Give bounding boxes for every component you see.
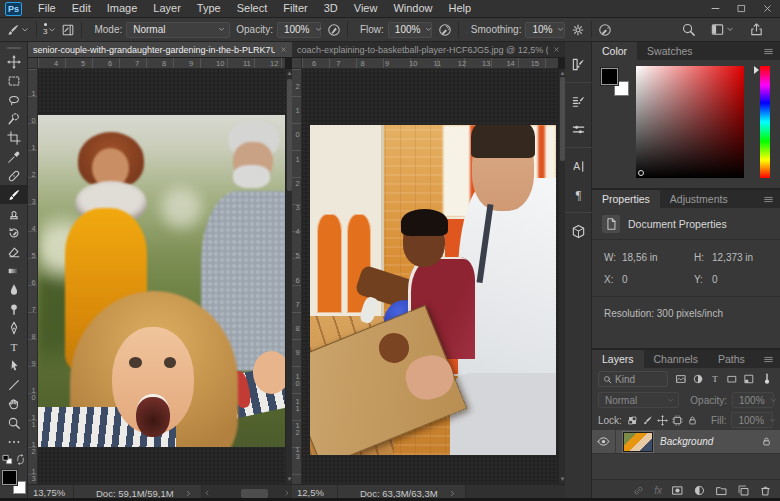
hue-slider[interactable] <box>760 66 770 178</box>
photoshop-logo-icon[interactable]: Ps <box>5 2 22 16</box>
delete-layer-button[interactable] <box>759 484 772 497</box>
x-value[interactable]: 0 <box>622 274 694 285</box>
scrollbar-thumb[interactable] <box>241 489 268 498</box>
tool-hand[interactable] <box>0 394 28 413</box>
canvas-image-gardening[interactable] <box>38 115 285 447</box>
close-tab-icon[interactable] <box>280 46 287 53</box>
layer-effects-button[interactable]: fx <box>654 485 662 496</box>
lock-all-icon[interactable] <box>687 415 698 426</box>
canvas-viewport[interactable] <box>38 69 285 484</box>
pressure-opacity-icon[interactable] <box>327 23 341 37</box>
tool-gradient[interactable] <box>0 261 28 280</box>
menu-select[interactable]: Select <box>229 0 276 17</box>
menu-view[interactable]: View <box>346 0 386 17</box>
tool-history-brush[interactable] <box>0 223 28 242</box>
swap-colors-icon[interactable] <box>15 454 26 465</box>
search-icon[interactable] <box>681 22 696 37</box>
tool-move[interactable] <box>0 52 28 71</box>
new-group-button[interactable] <box>715 484 728 497</box>
brush-settings-icon[interactable] <box>565 50 592 78</box>
menu-help[interactable]: Help <box>441 0 480 17</box>
share-icon[interactable] <box>749 22 764 37</box>
hue-slider-marker[interactable] <box>754 66 759 74</box>
toolbar-grip[interactable] <box>7 47 21 49</box>
menu-type[interactable]: Type <box>189 0 229 17</box>
brush-presets-icon[interactable] <box>565 87 592 115</box>
lock-artboard-icon[interactable] <box>672 415 683 426</box>
blend-mode-dropdown[interactable]: Normal <box>126 22 230 38</box>
layer-blend-mode-dropdown[interactable]: Normal <box>598 392 679 408</box>
tool-line[interactable] <box>0 375 28 394</box>
tool-eraser[interactable] <box>0 242 28 261</box>
lock-brush-icon[interactable] <box>642 415 653 426</box>
tool-zoom[interactable] <box>0 413 28 432</box>
tab-properties[interactable]: Properties <box>592 190 660 208</box>
status-menu-chevron-icon[interactable] <box>184 489 193 498</box>
document-tab-active[interactable]: senior-couple-with-grandaughter-gardenin… <box>28 42 292 57</box>
workspace-switcher[interactable] <box>710 22 735 37</box>
lock-move-icon[interactable] <box>657 415 668 426</box>
y-value[interactable]: 0 <box>712 274 780 285</box>
foreground-color-swatch[interactable] <box>601 68 618 85</box>
panel-menu-icon[interactable] <box>763 354 774 365</box>
width-value[interactable]: 18,56 in <box>622 252 694 263</box>
menu-edit[interactable]: Edit <box>64 0 99 17</box>
maximize-button[interactable] <box>728 0 754 18</box>
menu-3d[interactable]: 3D <box>316 0 346 17</box>
vertical-scrollbar[interactable]: ▲ ▼ <box>285 69 292 484</box>
3d-panel-icon[interactable] <box>565 217 592 245</box>
tool-lasso[interactable] <box>0 90 28 109</box>
smart-object-filter-icon[interactable] <box>743 373 755 385</box>
tool-blur[interactable] <box>0 280 28 299</box>
link-layers-button[interactable] <box>632 484 645 497</box>
close-tab-icon[interactable] <box>553 46 560 53</box>
canvas-image-basketball[interactable] <box>310 125 556 455</box>
character-panel-icon[interactable]: A <box>565 152 592 180</box>
tab-layers[interactable]: Layers <box>592 350 644 368</box>
tool-pen[interactable] <box>0 318 28 337</box>
status-menu-chevron-icon[interactable] <box>448 489 457 498</box>
document-tab-inactive[interactable]: coach-explaining-to-basketball-player-HC… <box>292 42 565 57</box>
tool-path-selection[interactable] <box>0 356 28 375</box>
pixel-filter-icon[interactable] <box>675 373 687 385</box>
shape-filter-icon[interactable] <box>726 373 738 385</box>
tab-paths[interactable]: Paths <box>708 350 755 368</box>
brush-tool-preset-icon[interactable] <box>6 23 20 37</box>
tool-edit-toolbar[interactable] <box>0 432 28 451</box>
layer-thumbnail[interactable] <box>623 432 653 452</box>
lock-transparent-icon[interactable] <box>627 415 638 426</box>
foreground-color-swatch[interactable] <box>2 470 17 485</box>
tool-dodge[interactable] <box>0 299 28 318</box>
scroll-right-icon[interactable] <box>282 489 292 497</box>
default-colors-icon[interactable] <box>2 454 13 465</box>
filter-toggle-icon[interactable] <box>760 372 774 386</box>
saturation-brightness-picker[interactable] <box>636 66 744 178</box>
layer-row-background[interactable]: Background <box>592 430 780 454</box>
flow-dropdown[interactable]: 100% <box>388 22 432 38</box>
tab-color[interactable]: Color <box>592 42 637 60</box>
add-adjustment-button[interactable] <box>693 484 706 497</box>
toggle-brush-panel-icon[interactable] <box>61 23 75 37</box>
airbrush-icon[interactable] <box>438 23 452 37</box>
minimize-button[interactable] <box>702 0 728 18</box>
new-layer-button[interactable] <box>737 484 750 497</box>
tool-type[interactable]: T <box>0 337 28 356</box>
panel-menu-icon[interactable] <box>763 194 774 205</box>
fill-field[interactable]: 100% <box>731 412 773 428</box>
tool-crop[interactable] <box>0 128 28 147</box>
tool-brush[interactable] <box>0 185 28 204</box>
tool-spot-healing-brush[interactable] <box>0 166 28 185</box>
tab-channels[interactable]: Channels <box>644 350 708 368</box>
height-value[interactable]: 12,373 in <box>712 252 780 263</box>
chevron-down-icon[interactable] <box>20 23 30 37</box>
tab-swatches[interactable]: Swatches <box>637 42 703 60</box>
color-swatches[interactable] <box>1 469 27 495</box>
canvas-viewport[interactable] <box>302 69 558 484</box>
tab-adjustments[interactable]: Adjustments <box>660 190 738 208</box>
filter-kind-dropdown[interactable]: Kind <box>598 371 668 387</box>
menu-window[interactable]: Window <box>385 0 440 17</box>
close-button[interactable] <box>754 0 780 18</box>
menu-image[interactable]: Image <box>99 0 146 17</box>
color-panel-swatches[interactable] <box>601 68 629 96</box>
tool-presets-icon[interactable] <box>565 115 592 143</box>
